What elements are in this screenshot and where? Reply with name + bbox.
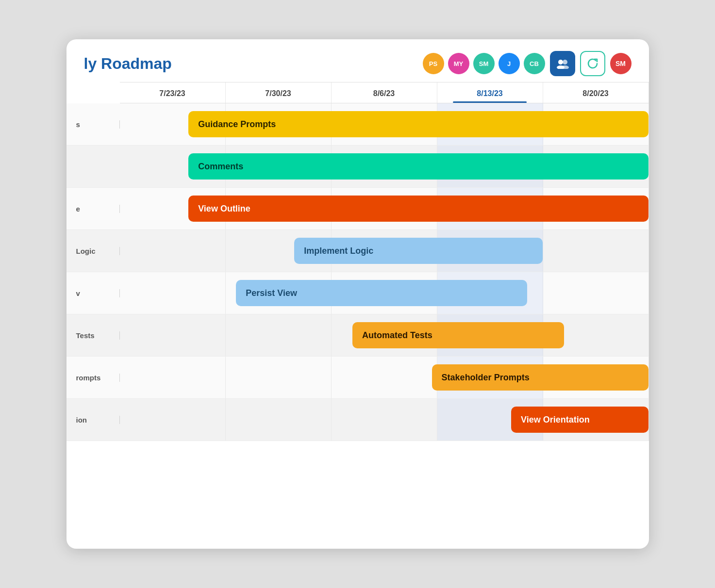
gantt-row-7: ionView Orientation	[67, 399, 649, 441]
refresh-button[interactable]	[580, 51, 605, 76]
group-button[interactable]	[550, 51, 575, 76]
avatar-j[interactable]: J	[499, 53, 520, 74]
gantt-row-2: eView Outline	[67, 188, 649, 230]
row-label-5: Tests	[67, 331, 120, 340]
gantt-chart: 7/23/237/30/238/6/238/13/238/20/23 sGuid…	[67, 82, 649, 441]
gantt-row-6: romptsStakeholder Prompts	[67, 357, 649, 399]
date-header-row: 7/23/237/30/238/6/238/13/238/20/23	[120, 82, 649, 103]
row-content-4: Persist View	[120, 272, 649, 314]
roadmap-card: ly Roadmap PSMYSMJCB SM	[67, 39, 649, 549]
row-label-3: Logic	[67, 247, 120, 255]
row-content-0: Guidance Prompts	[120, 103, 649, 145]
gantt-bar-2-0[interactable]: View Outline	[188, 196, 648, 222]
row-content-6: Stakeholder Prompts	[120, 357, 649, 398]
page-title: ly Roadmap	[84, 55, 172, 73]
row-label-7: ion	[67, 416, 120, 424]
gantt-row-5: TestsAutomated Tests	[67, 314, 649, 357]
avatar-cb[interactable]: CB	[524, 53, 545, 74]
row-content-2: View Outline	[120, 188, 649, 229]
gantt-row-4: vPersist View	[67, 272, 649, 314]
gantt-bar-6-0[interactable]: Stakeholder Prompts	[432, 364, 649, 391]
gantt-row-1: Comments	[67, 146, 649, 188]
row-content-1: Comments	[120, 146, 649, 187]
avatar-ps[interactable]: PS	[423, 53, 444, 74]
row-content-3: Implement Logic	[120, 230, 649, 272]
row-label-2: e	[67, 205, 120, 213]
row-label-4: v	[67, 289, 120, 297]
avatar-sm[interactable]: SM	[473, 53, 495, 74]
date-cell-0: 7/23/23	[120, 82, 226, 103]
row-label-0: s	[67, 120, 120, 129]
svg-point-0	[558, 60, 563, 65]
gantt-bar-5-0[interactable]: Automated Tests	[352, 322, 564, 348]
gantt-bar-7-0[interactable]: View Orientation	[511, 407, 648, 433]
avatar-my[interactable]: MY	[448, 53, 469, 74]
date-cell-1: 7/30/23	[226, 82, 332, 103]
row-content-5: Automated Tests	[120, 314, 649, 356]
date-cell-3: 8/13/23	[437, 82, 543, 103]
gantt-row-3: LogicImplement Logic	[67, 230, 649, 272]
gantt-bar-3-0[interactable]: Implement Logic	[294, 238, 543, 264]
row-label-6: rompts	[67, 374, 120, 382]
gantt-bar-4-0[interactable]: Persist View	[236, 280, 527, 306]
header: ly Roadmap PSMYSMJCB SM	[67, 39, 649, 82]
row-content-7: View Orientation	[120, 399, 649, 441]
header-actions: PSMYSMJCB SM	[423, 51, 632, 76]
date-cell-4: 8/20/23	[543, 82, 649, 103]
svg-point-1	[563, 60, 567, 65]
gantt-bar-0-0[interactable]: Guidance Prompts	[188, 111, 648, 137]
gantt-bar-1-0[interactable]: Comments	[188, 153, 648, 180]
gantt-row-0: sGuidance Prompts	[67, 103, 649, 146]
avatars-group: PSMYSMJCB	[423, 53, 545, 74]
date-cell-2: 8/6/23	[332, 82, 437, 103]
gantt-rows: sGuidance PromptsCommentseView OutlineLo…	[67, 103, 649, 441]
current-user-avatar[interactable]: SM	[610, 53, 632, 74]
